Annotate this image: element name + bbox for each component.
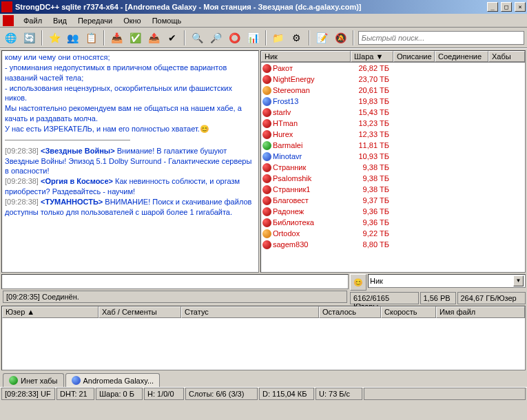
user-status-icon xyxy=(262,75,271,84)
status-up: U: 73 Б/с xyxy=(316,388,362,400)
transfer-list: Юзер ▲ Хаб / Сегменты Статус Осталось Ск… xyxy=(1,306,526,370)
app-icon xyxy=(1,1,12,12)
column-hubs[interactable]: Хабы xyxy=(488,51,525,62)
tab-bar: Инет хабы Andromeda Galaxy... xyxy=(0,372,527,387)
tab-inet-hubs[interactable]: Инет хабы xyxy=(3,373,64,387)
user-row[interactable]: Stereoman20,61 ТБ xyxy=(261,85,525,96)
menu-file[interactable]: Файл xyxy=(18,15,48,26)
app-menu-icon[interactable] xyxy=(3,15,14,26)
transfer-col-file[interactable]: Имя файл xyxy=(436,306,525,318)
column-share[interactable]: Шара ▼ xyxy=(351,51,393,62)
user-status-icon xyxy=(262,97,271,106)
user-row[interactable]: sagem8308,80 ТБ xyxy=(261,239,525,250)
user-list: Ник Шара ▼ Описание Соединение Хабы Рако… xyxy=(260,50,526,273)
notepad-icon[interactable]: 📝 xyxy=(314,30,330,46)
network-stats-icon[interactable]: 📊 xyxy=(245,30,261,46)
user-row[interactable]: Радонеж9,36 ТБ xyxy=(261,206,525,217)
status-size: 1,56 PB xyxy=(420,292,456,304)
nick-combo[interactable]: Ник▼ xyxy=(368,274,526,288)
emoji-button[interactable]: 😊 xyxy=(350,274,366,291)
open-file-icon[interactable]: 📁 xyxy=(271,30,287,46)
search-spy-icon[interactable]: ⭕ xyxy=(227,30,242,46)
user-status-icon xyxy=(262,174,271,183)
user-status-icon xyxy=(262,163,271,172)
user-row[interactable]: Благовест9,37 ТБ xyxy=(261,195,525,206)
finished-dl-icon[interactable]: ✅ xyxy=(127,30,143,46)
menu-view[interactable]: Вид xyxy=(48,15,72,26)
status-dht: DHT: 21 xyxy=(56,388,94,400)
user-row[interactable]: Psalomshik9,38 ТБ xyxy=(261,173,525,184)
hub-icon xyxy=(72,376,81,385)
window-title: StrongDC++ sqlite r7374-x64 - [Andromeda… xyxy=(15,3,486,11)
user-status-icon xyxy=(262,141,271,150)
user-status-icon xyxy=(262,130,271,139)
menu-help[interactable]: Помощь xyxy=(147,15,187,26)
transfer-col-user[interactable]: Юзер ▲ xyxy=(2,306,99,318)
tab-andromeda[interactable]: Andromeda Galaxy... xyxy=(65,373,161,387)
status-h: H: 1/0/0 xyxy=(144,388,184,400)
status-ts: [09:28:33] UF xyxy=(1,388,55,400)
column-nick[interactable]: Ник xyxy=(261,51,351,62)
minimize-button[interactable]: _ xyxy=(487,2,498,12)
status-connected: [09:28:35] Соединён. xyxy=(3,291,347,303)
refresh-icon[interactable]: 🔄 xyxy=(21,30,37,46)
user-status-icon xyxy=(262,64,271,73)
menu-transfers[interactable]: Передачи xyxy=(72,15,118,26)
user-row[interactable]: Ortodox9,22 ТБ xyxy=(261,228,525,239)
settings-icon[interactable]: ⚙ xyxy=(289,30,304,46)
status-users: 6162/6165 Юзеры xyxy=(350,292,419,304)
globe-icon[interactable]: 🌐 xyxy=(3,30,19,46)
close-button[interactable]: × xyxy=(515,2,526,12)
status-slots: Слоты: 6/6 (3/3) xyxy=(185,388,258,400)
menubar: Файл Вид Передачи Окно Помощь xyxy=(0,14,527,28)
user-row[interactable]: starlv15,43 ТБ xyxy=(261,107,525,118)
user-status-icon xyxy=(262,152,271,161)
transfer-col-remaining[interactable]: Осталось xyxy=(319,306,381,318)
user-row[interactable]: Barmalei11,81 ТБ xyxy=(261,140,525,151)
chat-pane: кому или чему они относятся; - упоминани… xyxy=(1,50,259,273)
user-row[interactable]: Странник9,38 ТБ xyxy=(261,162,525,173)
upload-queue-icon[interactable]: 📤 xyxy=(146,30,162,46)
user-status-icon xyxy=(262,240,271,249)
status-down: D: 115,04 КБ xyxy=(259,388,314,400)
favorite-icon[interactable]: ⭐ xyxy=(47,30,63,46)
user-status-icon xyxy=(262,108,271,117)
user-status-icon xyxy=(262,86,271,95)
quick-search-input[interactable] xyxy=(358,31,524,45)
user-row[interactable]: Странник19,38 ТБ xyxy=(261,184,525,195)
transfer-col-hub[interactable]: Хаб / Сегменты xyxy=(99,306,181,318)
status-share: Шара: 0 Б xyxy=(96,388,143,400)
statusbar: [09:28:33] UF DHT: 21 Шара: 0 Б H: 1/0/0… xyxy=(0,387,527,401)
maximize-button[interactable]: □ xyxy=(501,2,512,12)
column-conn[interactable]: Соединение xyxy=(435,51,488,62)
download-queue-icon[interactable]: 📥 xyxy=(109,30,125,46)
user-status-icon xyxy=(262,229,271,238)
chat-log[interactable]: кому или чему они относятся; - упоминани… xyxy=(2,51,258,272)
transfer-col-speed[interactable]: Скорость xyxy=(381,306,436,318)
finished-ul-icon[interactable]: ✔ xyxy=(165,30,180,46)
user-status-icon xyxy=(262,119,271,128)
column-desc[interactable]: Описание xyxy=(393,51,435,62)
user-status-icon xyxy=(262,185,271,194)
user-status-icon xyxy=(262,218,271,227)
user-row[interactable]: Hurex12,33 ТБ xyxy=(261,129,525,140)
user-status-icon xyxy=(262,196,271,205)
toolbar: 🌐 🔄 ⭐ 👥 📋 📥 ✅ 📤 ✔ 🔍 🔎 ⭕ 📊 📁 ⚙ 📝 🔕 xyxy=(0,28,527,48)
user-row[interactable]: NightEnergy23,70 ТБ xyxy=(261,74,525,85)
user-row[interactable]: Frost1319,83 ТБ xyxy=(261,96,525,107)
away-icon[interactable]: 🔕 xyxy=(333,30,349,46)
adl-search-icon[interactable]: 🔎 xyxy=(208,30,224,46)
menu-window[interactable]: Окно xyxy=(118,15,147,26)
users-icon[interactable]: 👥 xyxy=(65,30,81,46)
user-row[interactable]: Ракот26,82 ТБ xyxy=(261,63,525,74)
user-row[interactable]: HTman13,23 ТБ xyxy=(261,118,525,129)
user-status-icon xyxy=(262,207,271,216)
recents-icon[interactable]: 📋 xyxy=(83,30,99,46)
status-per-user: 264,67 ГБ/Юзер xyxy=(457,292,526,304)
message-input[interactable] xyxy=(1,274,349,289)
user-row[interactable]: Minotavr10,93 ТБ xyxy=(261,151,525,162)
user-row[interactable]: Библиотека9,36 ТБ xyxy=(261,217,525,228)
transfer-col-status[interactable]: Статус xyxy=(181,306,319,318)
search-icon[interactable]: 🔍 xyxy=(189,30,205,46)
chevron-down-icon[interactable]: ▼ xyxy=(513,275,524,286)
